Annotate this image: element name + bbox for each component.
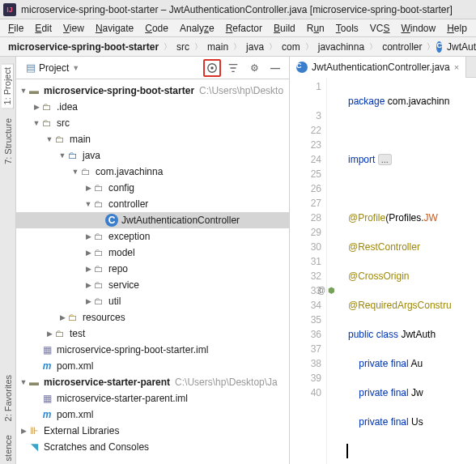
tree-node-package[interactable]: ▼ 🗀 com.javachinna [16, 164, 289, 180]
expand-all-button[interactable] [224, 59, 242, 77]
breadcrumb: microservice-spring-boot-starter 〉 src 〉… [0, 37, 476, 57]
project-panel-header: ▤ Project ▼ ⚙ — [16, 57, 289, 79]
breadcrumb-item[interactable]: main [204, 40, 232, 53]
tree-node-exception[interactable]: ▶ 🗀 exception [16, 228, 289, 245]
window-title: microservice-spring-boot-starter – JwtAu… [21, 4, 453, 15]
module-icon: ▬ [28, 376, 40, 389]
tree-label: exception [108, 231, 150, 242]
expand-icon[interactable]: ▶ [19, 427, 28, 435]
tree-node-controller[interactable]: ▼ 🗀 controller [16, 196, 289, 212]
breadcrumb-root[interactable]: microservice-spring-boot-starter [5, 40, 162, 53]
menu-run[interactable]: Run [302, 21, 329, 36]
close-icon[interactable]: × [454, 62, 459, 72]
menu-edit[interactable]: Edit [30, 21, 57, 36]
expand-icon[interactable]: ▶ [84, 184, 92, 192]
settings-button[interactable]: ⚙ [245, 59, 263, 77]
menu-build[interactable]: Build [269, 21, 300, 36]
collapse-icon[interactable]: ▼ [71, 168, 79, 176]
tool-window-bar: 1: Project 7: Structure 2: Favorites ste… [0, 57, 16, 464]
menu-vcs[interactable]: VCS [365, 21, 395, 36]
tree-node-pom[interactable]: · m pom.xml [16, 358, 289, 374]
breadcrumb-item[interactable]: controller [379, 40, 425, 53]
sidebar-tab-favorites[interactable]: 2: Favorites [2, 372, 14, 424]
tree-node-iml[interactable]: · ▦ microservice-starter-parent.iml [16, 390, 289, 407]
tree-node-java[interactable]: ▼ 🗀 java [16, 147, 289, 164]
collapse-icon[interactable]: ▼ [84, 200, 92, 208]
breadcrumb-item[interactable]: com [278, 40, 304, 53]
tree-label: util [108, 296, 121, 307]
tree-node-src[interactable]: ▼ 🗀 src [16, 115, 289, 131]
menu-refactor[interactable]: Refactor [221, 21, 267, 36]
scratch-icon: ◥ [28, 441, 40, 453]
expand-icon[interactable]: ▶ [84, 281, 92, 289]
project-tree[interactable]: ▼ ▬ microservice-spring-boot-starter C:\… [16, 79, 289, 464]
menu-window[interactable]: Window [396, 21, 440, 36]
menu-view[interactable]: View [58, 21, 89, 36]
tree-node-project-root[interactable]: ▼ ▬ microservice-spring-boot-starter C:\… [16, 83, 289, 99]
menu-tools[interactable]: Tools [331, 21, 363, 36]
tree-node-idea[interactable]: ▶ 🗀 .idea [16, 99, 289, 115]
expand-icon[interactable]: ▶ [84, 297, 92, 305]
collapse-icon[interactable]: ▼ [19, 378, 28, 386]
collapse-icon[interactable]: ▼ [32, 119, 40, 127]
collapse-icon[interactable]: ▼ [19, 87, 28, 95]
tree-node-model[interactable]: ▶ 🗀 model [16, 245, 289, 261]
chevron-right-icon: 〉 [427, 41, 435, 53]
tree-node-util[interactable]: ▶ 🗀 util [16, 293, 289, 309]
tree-label: microservice-starter-parent [44, 377, 170, 388]
hide-button[interactable]: — [266, 59, 284, 77]
breadcrumb-item[interactable]: src [173, 40, 193, 53]
menu-code[interactable]: Code [140, 21, 173, 36]
expand-icon[interactable]: ▶ [32, 103, 40, 111]
maven-icon: m [40, 408, 53, 421]
project-view-selector[interactable]: ▤ Project ▼ [21, 60, 84, 75]
breadcrumb-item[interactable]: javachinna [315, 40, 368, 53]
tree-node-main[interactable]: ▼ 🗀 main [16, 131, 289, 147]
gear-icon: ⚙ [250, 62, 259, 74]
tree-label: microservice-spring-boot-starter.iml [57, 344, 208, 355]
tree-label: test [70, 328, 85, 339]
expand-icon[interactable]: ▶ [58, 313, 66, 321]
project-panel: ▤ Project ▼ ⚙ — ▼ ▬ microservice-sprin [16, 57, 290, 464]
tree-node-parent-root[interactable]: ▼ ▬ microservice-starter-parent C:\Users… [16, 374, 289, 390]
tree-node-pom[interactable]: · m pom.xml [16, 407, 289, 423]
code-area[interactable]: package com.javachinn import ... @Profil… [342, 78, 476, 464]
expand-icon[interactable]: ▶ [84, 249, 92, 257]
package-icon: 🗀 [92, 230, 105, 243]
collapse-icon[interactable]: ▼ [58, 151, 66, 160]
tree-node-repo[interactable]: ▶ 🗀 repo [16, 261, 289, 277]
tree-node-config[interactable]: ▶ 🗀 config [16, 180, 289, 196]
tree-label: service [108, 279, 139, 291]
tree-node-service[interactable]: ▶ 🗀 service [16, 277, 289, 293]
app-icon: IJ [3, 3, 16, 16]
tree-node-iml[interactable]: · ▦ microservice-spring-boot-starter.iml [16, 342, 289, 358]
sidebar-tab-structure[interactable]: 7: Structure [2, 115, 14, 168]
sidebar-tab-project[interactable]: 1: Project [2, 63, 14, 109]
sidebar-tab-persistence[interactable]: stence [2, 432, 14, 464]
menu-file[interactable]: File [3, 21, 28, 36]
editor-body[interactable]: 1 3 22 23 24 25 26 27 28 29 30 31 32 33 … [290, 78, 476, 464]
collapse-icon[interactable]: ▼ [45, 135, 53, 143]
menu-analyze[interactable]: Analyze [175, 21, 219, 36]
titlebar: IJ microservice-spring-boot-starter – Jw… [0, 0, 476, 19]
breadcrumb-item[interactable]: java [243, 40, 267, 53]
menu-navigate[interactable]: Navigate [91, 21, 138, 36]
tree-label: Scratches and Consoles [44, 441, 149, 453]
select-opened-file-button[interactable] [203, 59, 221, 77]
editor-area: C JwtAuthenticationController.java × 1 3… [290, 57, 476, 464]
chevron-right-icon: 〉 [369, 41, 377, 53]
request-mapping-icon[interactable]: @ [317, 283, 329, 295]
spring-bean-icon[interactable]: ⬢ [328, 283, 339, 295]
tree-node-test[interactable]: ▶ 🗀 test [16, 326, 289, 342]
tree-node-jwtcontroller[interactable]: · C JwtAuthenticationController [16, 212, 289, 228]
expand-icon[interactable]: ▶ [45, 330, 53, 338]
expand-icon[interactable]: ▶ [84, 232, 92, 241]
expand-icon[interactable]: ▶ [84, 265, 92, 273]
breadcrumb-item[interactable]: JwtAuthentic [444, 40, 476, 53]
tree-node-resources[interactable]: ▶ 🗀 resources [16, 309, 289, 326]
tree-node-scratches[interactable]: · ◥ Scratches and Consoles [16, 439, 289, 455]
package-icon: 🗀 [92, 181, 105, 194]
tree-node-external-libraries[interactable]: ▶ ⊪ External Libraries [16, 423, 289, 439]
menu-help[interactable]: Help [442, 21, 472, 36]
editor-tab-active[interactable]: C JwtAuthenticationController.java × [290, 57, 466, 78]
